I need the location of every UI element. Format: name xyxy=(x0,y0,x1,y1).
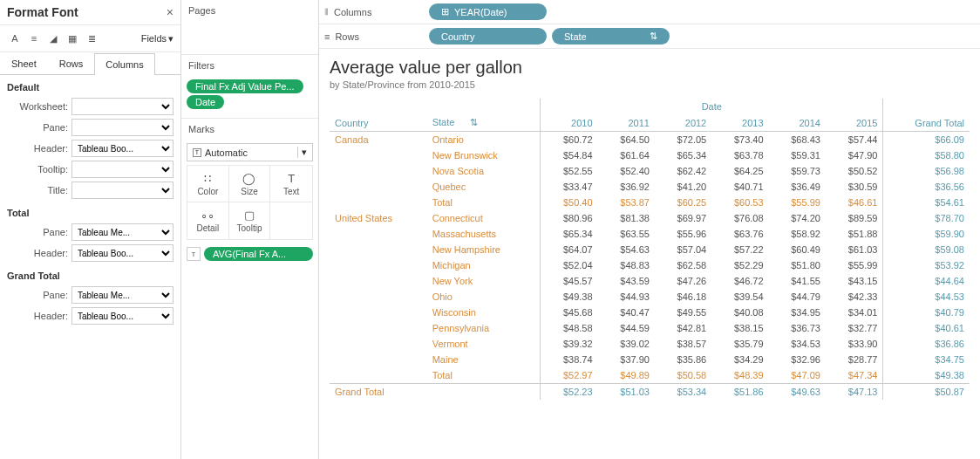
value-cell[interactable]: $42.33 xyxy=(826,289,883,305)
value-cell[interactable]: $55.99 xyxy=(826,257,883,273)
value-cell[interactable]: $89.59 xyxy=(826,210,883,226)
row-total-cell[interactable]: $53.92 xyxy=(883,257,970,273)
format-select[interactable]: Tableau Me... xyxy=(71,223,174,241)
value-cell[interactable]: $45.57 xyxy=(541,273,598,289)
state-cell[interactable]: Pennsylvania xyxy=(427,320,541,336)
value-cell[interactable]: $60.72 xyxy=(541,132,598,148)
country-cell[interactable]: Canada xyxy=(330,132,427,211)
value-cell[interactable]: $33.47 xyxy=(541,179,598,195)
marks-detail[interactable]: ∘∘Detail xyxy=(187,202,229,239)
value-cell[interactable]: $80.96 xyxy=(541,210,598,226)
value-cell[interactable]: $51.80 xyxy=(769,257,826,273)
value-cell[interactable]: $50.58 xyxy=(655,367,711,384)
state-cell[interactable]: Total xyxy=(427,367,541,384)
pages-shelf[interactable] xyxy=(181,21,318,49)
value-cell[interactable]: $38.74 xyxy=(541,352,598,367)
value-cell[interactable]: $63.76 xyxy=(711,226,768,242)
value-cell[interactable]: $62.42 xyxy=(655,163,711,179)
value-cell[interactable]: $38.57 xyxy=(655,336,711,352)
row-total-cell[interactable]: $78.70 xyxy=(883,210,970,226)
value-cell[interactable]: $52.55 xyxy=(541,163,598,179)
country-header[interactable]: Country xyxy=(330,114,427,132)
value-cell[interactable]: $76.08 xyxy=(711,210,768,226)
value-cell[interactable]: $60.25 xyxy=(655,195,711,210)
value-cell[interactable]: $50.52 xyxy=(826,163,883,179)
value-cell[interactable]: $38.15 xyxy=(711,320,768,336)
value-cell[interactable]: $48.83 xyxy=(598,257,655,273)
state-cell[interactable]: Vermont xyxy=(427,336,541,352)
state-cell[interactable]: Connecticut xyxy=(427,210,541,226)
row-total-cell[interactable]: $56.98 xyxy=(883,163,970,179)
value-cell[interactable]: $57.44 xyxy=(826,132,883,148)
value-cell[interactable]: $72.05 xyxy=(655,132,711,148)
value-cell[interactable]: $51.88 xyxy=(826,226,883,242)
value-cell[interactable]: $61.03 xyxy=(826,242,883,257)
value-cell[interactable]: $52.04 xyxy=(541,257,598,273)
value-cell[interactable]: $40.47 xyxy=(598,305,655,320)
state-cell[interactable]: Ontario xyxy=(427,132,541,148)
value-cell[interactable]: $52.40 xyxy=(598,163,655,179)
row-total-cell[interactable]: $59.08 xyxy=(883,242,970,257)
columns-shelf[interactable]: ⦀Columns ⊞YEAR(Date) xyxy=(319,0,980,24)
value-cell[interactable]: $34.95 xyxy=(769,305,826,320)
value-cell[interactable]: $44.79 xyxy=(769,289,826,305)
format-select[interactable]: Tableau Boo... xyxy=(71,244,174,262)
value-cell[interactable]: $52.97 xyxy=(541,367,598,384)
value-cell[interactable]: $36.92 xyxy=(598,179,655,195)
rows-shelf[interactable]: ≡Rows Country State⇅ xyxy=(319,24,980,49)
state-pill[interactable]: State⇅ xyxy=(552,28,670,45)
state-cell[interactable]: Quebec xyxy=(427,179,541,195)
marks-tooltip[interactable]: ▢Tooltip xyxy=(229,202,271,239)
year-header[interactable]: 2015 xyxy=(826,114,883,132)
row-total-cell[interactable]: $36.86 xyxy=(883,336,970,352)
year-header[interactable]: 2013 xyxy=(711,114,768,132)
state-cell[interactable]: Wisconsin xyxy=(427,305,541,320)
value-cell[interactable]: $42.81 xyxy=(655,320,711,336)
value-cell[interactable]: $46.61 xyxy=(826,195,883,210)
value-cell[interactable]: $60.49 xyxy=(769,242,826,257)
value-cell[interactable]: $49.89 xyxy=(598,367,655,384)
filter-pill[interactable]: Final Fx Adj Value Pe... xyxy=(187,79,303,93)
value-cell[interactable]: $34.01 xyxy=(826,305,883,320)
state-cell[interactable]: New Brunswick xyxy=(427,147,541,163)
grand-total-header[interactable]: Grand Total xyxy=(883,114,970,132)
value-cell[interactable]: $52.29 xyxy=(711,257,768,273)
row-total-cell[interactable]: $66.09 xyxy=(883,132,970,148)
value-cell[interactable]: $73.40 xyxy=(711,132,768,148)
value-cell[interactable]: $41.55 xyxy=(769,273,826,289)
format-select[interactable]: Tableau Boo... xyxy=(71,140,174,157)
value-cell[interactable]: $59.31 xyxy=(769,147,826,163)
value-cell[interactable]: $45.68 xyxy=(541,305,598,320)
value-cell[interactable]: $47.90 xyxy=(826,147,883,163)
value-cell[interactable]: $74.20 xyxy=(769,210,826,226)
row-total-cell[interactable]: $59.90 xyxy=(883,226,970,242)
value-cell[interactable]: $48.58 xyxy=(541,320,598,336)
row-total-cell[interactable]: $34.75 xyxy=(883,352,970,367)
value-cell[interactable]: $62.58 xyxy=(655,257,711,273)
value-cell[interactable]: $64.07 xyxy=(541,242,598,257)
year-header[interactable]: 2012 xyxy=(655,114,711,132)
value-cell[interactable]: $36.73 xyxy=(769,320,826,336)
value-cell[interactable]: $58.92 xyxy=(769,226,826,242)
value-cell[interactable]: $28.77 xyxy=(826,352,883,367)
row-total-cell[interactable]: $40.79 xyxy=(883,305,970,320)
value-cell[interactable]: $43.59 xyxy=(598,273,655,289)
value-cell[interactable]: $32.96 xyxy=(769,352,826,367)
tab-rows[interactable]: Rows xyxy=(48,52,95,74)
value-cell[interactable]: $81.38 xyxy=(598,210,655,226)
value-cell[interactable]: $61.64 xyxy=(598,147,655,163)
value-cell[interactable]: $44.93 xyxy=(598,289,655,305)
value-cell[interactable]: $35.79 xyxy=(711,336,768,352)
state-header[interactable]: State⇅ xyxy=(427,114,541,132)
value-cell[interactable]: $46.72 xyxy=(711,273,768,289)
value-cell[interactable]: $33.90 xyxy=(826,336,883,352)
lines-icon[interactable]: ≣ xyxy=(84,31,99,46)
format-select[interactable] xyxy=(71,119,174,136)
filter-pill[interactable]: Date xyxy=(187,95,224,109)
row-total-cell[interactable]: $44.64 xyxy=(883,273,970,289)
avg-measure-pill[interactable]: AVG(Final Fx A... xyxy=(204,247,313,261)
value-cell[interactable]: $64.50 xyxy=(598,132,655,148)
row-total-cell[interactable]: $58.80 xyxy=(883,147,970,163)
font-a-icon[interactable]: A xyxy=(7,31,23,46)
value-cell[interactable]: $57.22 xyxy=(711,242,768,257)
